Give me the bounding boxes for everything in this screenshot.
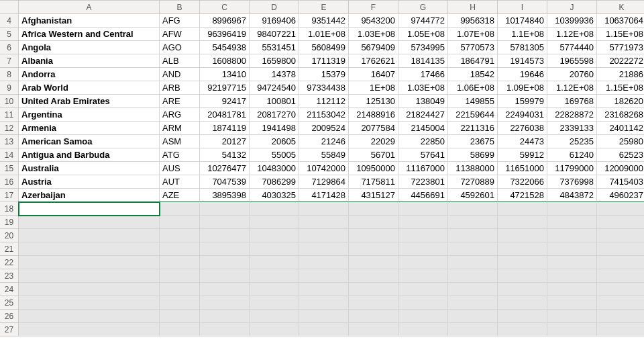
cell-K21[interactable] bbox=[597, 242, 644, 256]
cell-I12[interactable]: 2276038 bbox=[498, 122, 547, 135]
cell-D17[interactable]: 4030325 bbox=[250, 189, 299, 202]
cell-A25[interactable] bbox=[19, 296, 160, 310]
cell-J4[interactable]: 10399936 bbox=[547, 14, 597, 28]
cell-E20[interactable] bbox=[299, 229, 349, 242]
cell-E14[interactable]: 55849 bbox=[299, 148, 349, 162]
cell-K24[interactable] bbox=[597, 283, 644, 296]
row-header-18[interactable]: 18 bbox=[0, 202, 19, 216]
cell-J26[interactable] bbox=[547, 310, 597, 323]
cell-D16[interactable]: 7086299 bbox=[250, 175, 299, 189]
cell-I10[interactable]: 159979 bbox=[498, 95, 547, 108]
cell-I13[interactable]: 24473 bbox=[498, 135, 547, 148]
cell-C26[interactable] bbox=[200, 310, 250, 323]
cell-J11[interactable]: 22828872 bbox=[547, 108, 597, 122]
cell-I6[interactable]: 5781305 bbox=[498, 41, 547, 54]
cell-K23[interactable] bbox=[597, 269, 644, 283]
cell-E18[interactable] bbox=[299, 202, 349, 216]
row-header-4[interactable]: 4 bbox=[0, 14, 19, 28]
cell-C8[interactable]: 13410 bbox=[200, 68, 250, 81]
cell-I16[interactable]: 7322066 bbox=[498, 175, 547, 189]
row-header-19[interactable]: 19 bbox=[0, 216, 19, 229]
cell-E21[interactable] bbox=[299, 242, 349, 256]
cell-C24[interactable] bbox=[200, 283, 250, 296]
cell-D4[interactable]: 9169406 bbox=[250, 14, 299, 28]
cell-J5[interactable]: 1.12E+08 bbox=[547, 28, 597, 41]
row-header-12[interactable]: 12 bbox=[0, 122, 19, 135]
cell-F12[interactable]: 2077584 bbox=[349, 122, 398, 135]
row-header-6[interactable]: 6 bbox=[0, 41, 19, 54]
cell-G23[interactable] bbox=[398, 269, 448, 283]
cell-G24[interactable] bbox=[398, 283, 448, 296]
cell-C6[interactable]: 5454938 bbox=[200, 41, 250, 54]
cell-A27[interactable] bbox=[19, 323, 160, 336]
cell-G25[interactable] bbox=[398, 296, 448, 310]
cell-G6[interactable]: 5734995 bbox=[398, 41, 448, 54]
cell-B23[interactable] bbox=[160, 269, 200, 283]
cell-G11[interactable]: 21824427 bbox=[398, 108, 448, 122]
cell-G15[interactable]: 11167000 bbox=[398, 162, 448, 175]
cell-G5[interactable]: 1.05E+08 bbox=[398, 28, 448, 41]
cell-G22[interactable] bbox=[398, 256, 448, 269]
cell-H22[interactable] bbox=[448, 256, 498, 269]
corner-cell[interactable] bbox=[0, 1, 19, 14]
cell-K5[interactable]: 1.15E+08 bbox=[597, 28, 644, 41]
cell-I26[interactable] bbox=[498, 310, 547, 323]
cell-A6[interactable]: Angola bbox=[19, 41, 160, 54]
cell-H5[interactable]: 1.07E+08 bbox=[448, 28, 498, 41]
cell-J7[interactable]: 1965598 bbox=[547, 54, 597, 68]
cell-I8[interactable]: 19646 bbox=[498, 68, 547, 81]
cell-A5[interactable]: Africa Western and Central bbox=[19, 28, 160, 41]
cell-H16[interactable]: 7270889 bbox=[448, 175, 498, 189]
cell-A12[interactable]: Armenia bbox=[19, 122, 160, 135]
cell-J14[interactable]: 61240 bbox=[547, 148, 597, 162]
cell-E7[interactable]: 1711319 bbox=[299, 54, 349, 68]
cell-G21[interactable] bbox=[398, 242, 448, 256]
row-header-15[interactable]: 15 bbox=[0, 162, 19, 175]
cell-B19[interactable] bbox=[160, 216, 200, 229]
cell-C4[interactable]: 8996967 bbox=[200, 14, 250, 28]
cell-A18[interactable] bbox=[19, 202, 160, 216]
row-header-5[interactable]: 5 bbox=[0, 28, 19, 41]
cell-B21[interactable] bbox=[160, 242, 200, 256]
cell-K16[interactable]: 7415403 bbox=[597, 175, 644, 189]
cell-J18[interactable] bbox=[547, 202, 597, 216]
cell-E25[interactable] bbox=[299, 296, 349, 310]
row-header-24[interactable]: 24 bbox=[0, 283, 19, 296]
cell-F19[interactable] bbox=[349, 216, 398, 229]
row-header-21[interactable]: 21 bbox=[0, 242, 19, 256]
cell-H4[interactable]: 9956318 bbox=[448, 14, 498, 28]
cell-B22[interactable] bbox=[160, 256, 200, 269]
cell-D7[interactable]: 1659800 bbox=[250, 54, 299, 68]
cell-G27[interactable] bbox=[398, 323, 448, 336]
cell-H17[interactable]: 4592601 bbox=[448, 189, 498, 202]
cell-K15[interactable]: 12009000 bbox=[597, 162, 644, 175]
cell-H9[interactable]: 1.06E+08 bbox=[448, 81, 498, 95]
cell-K22[interactable] bbox=[597, 256, 644, 269]
cell-C21[interactable] bbox=[200, 242, 250, 256]
cell-I18[interactable] bbox=[498, 202, 547, 216]
cell-F11[interactable]: 21488916 bbox=[349, 108, 398, 122]
cell-D18[interactable] bbox=[250, 202, 299, 216]
column-header-K[interactable]: K bbox=[597, 1, 644, 14]
cell-E15[interactable]: 10742000 bbox=[299, 162, 349, 175]
cell-F17[interactable]: 4315127 bbox=[349, 189, 398, 202]
cell-J9[interactable]: 1.12E+08 bbox=[547, 81, 597, 95]
cell-I19[interactable] bbox=[498, 216, 547, 229]
cell-C14[interactable]: 54132 bbox=[200, 148, 250, 162]
row-header-23[interactable]: 23 bbox=[0, 269, 19, 283]
row-header-22[interactable]: 22 bbox=[0, 256, 19, 269]
cell-F13[interactable]: 22029 bbox=[349, 135, 398, 148]
cell-B16[interactable]: AUT bbox=[160, 175, 200, 189]
cell-F10[interactable]: 125130 bbox=[349, 95, 398, 108]
cell-G13[interactable]: 22850 bbox=[398, 135, 448, 148]
cell-E11[interactable]: 21153042 bbox=[299, 108, 349, 122]
cell-J13[interactable]: 25235 bbox=[547, 135, 597, 148]
cell-A21[interactable] bbox=[19, 242, 160, 256]
cell-H24[interactable] bbox=[448, 283, 498, 296]
cell-I23[interactable] bbox=[498, 269, 547, 283]
cell-D24[interactable] bbox=[250, 283, 299, 296]
cell-E16[interactable]: 7129864 bbox=[299, 175, 349, 189]
cell-A17[interactable]: Azerbaijan bbox=[19, 189, 160, 202]
cell-E6[interactable]: 5608499 bbox=[299, 41, 349, 54]
cell-K6[interactable]: 5771973 bbox=[597, 41, 644, 54]
